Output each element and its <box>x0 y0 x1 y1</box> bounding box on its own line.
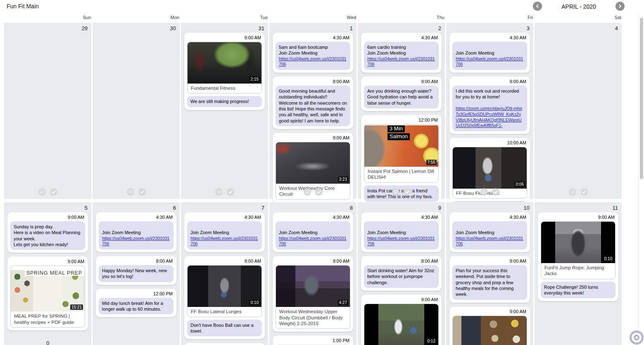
prev-month-button[interactable] <box>533 2 542 11</box>
scrollbar-thumb[interactable] <box>640 18 643 179</box>
message-event-card[interactable]: 4:30 AM6am cardio trainingJoin Zoom Meet… <box>361 33 442 73</box>
video-event-card[interactable]: 9:00 AM0:10FF Bosu Lateral LungesDon't h… <box>184 256 265 339</box>
video-event-card[interactable]: 9:00 AMEASY + FAST11:298 Healthy Salad D… <box>449 307 530 345</box>
message-event-card[interactable]: 9:00 AMPlan for your success this weeken… <box>449 256 530 302</box>
message-event-card[interactable]: 8:00 AMStart drinking water! Aim for 32o… <box>361 256 442 291</box>
message-bubble: Good morning beautiful and outstanding i… <box>276 86 350 126</box>
day-cell[interactable]: 64:30 AM Join Zoom Meetinghttps://us04we… <box>93 202 180 345</box>
check-icon[interactable] <box>404 188 411 196</box>
event-stack <box>93 23 180 36</box>
video-thumbnail[interactable]: 0:12 <box>364 304 438 345</box>
message-line: Join Zoom Meeting <box>279 230 347 235</box>
video-thumbnail[interactable]: 0:06 <box>453 147 527 189</box>
zoom-meeting-link[interactable]: https://us04web.zoom.us/j/2301031706 <box>367 236 435 247</box>
zoom-meeting-link[interactable]: https://us04web.zoom.us/j/2301031706 <box>102 236 170 247</box>
check-icon[interactable] <box>492 188 499 196</box>
message-event-card[interactable]: 4:30 AM Join Zoom Meetinghttps://us04web… <box>273 212 353 252</box>
zoom-meeting-link[interactable]: https://us04web.zoom.us/j/2301031706 <box>456 236 524 247</box>
check-icon[interactable] <box>227 188 234 196</box>
event-time: 9:00 AM <box>452 79 526 84</box>
video-thumbnail[interactable]: 4:27 <box>276 266 350 307</box>
comment-icon[interactable] <box>569 188 576 196</box>
message-event-card[interactable]: 4:30 AM Join Zoom Meetinghttps://us04web… <box>449 33 530 73</box>
day-cell[interactable]: 59:00 AMSunday is prep day.Here is a vid… <box>4 202 91 345</box>
message-event-card[interactable]: 9:00 AMSunday is prep day.Here is a vide… <box>7 212 88 253</box>
message-event-card[interactable]: 12:00 PMMid day lunch break! Aim for a l… <box>96 289 176 318</box>
zoom-meeting-link[interactable]: https://us04web.zoom.us/j/2301031706 <box>279 56 347 68</box>
calendar-app: Fun Fit Main APRIL - 2020 SunMonTueWedTh… <box>0 0 644 345</box>
video-thumbnail[interactable]: 0:10 <box>541 222 615 263</box>
message-event-card[interactable]: 8:00 AMGood morning beautiful and outsta… <box>273 77 353 129</box>
video-event-card[interactable]: 9:00 AM0:12FunFit Jumprope: Bell Hop <box>361 295 442 345</box>
zoom-meeting-link[interactable]: https://us04web.zoom.us/j/2301031706 <box>456 56 524 68</box>
video-thumbnail[interactable]: 2:15 <box>188 42 261 84</box>
event-time: 4:30 AM <box>276 35 349 40</box>
day-cell[interactable]: 34:30 AM Join Zoom Meetinghttps://us04we… <box>446 23 533 199</box>
comment-icon[interactable] <box>215 188 223 196</box>
day-cell[interactable]: 74:30 AM Join Zoom Meetinghttps://us04we… <box>181 202 268 345</box>
message-event-card[interactable]: 1:00 PMExercise elevates your mood, ment… <box>273 335 353 345</box>
comment-icon[interactable] <box>392 188 399 196</box>
check-icon[interactable] <box>50 188 57 196</box>
message-line: Sunday is prep day. <box>14 224 82 230</box>
day-cell[interactable]: 119:00 AM0:10FunFit Jump Rope: Jumping J… <box>535 202 622 345</box>
day-cell[interactable]: 29 <box>4 23 91 199</box>
event-note: We are still making progress! <box>187 96 262 107</box>
zoom-meeting-link[interactable]: https://us04web.zoom.us/j/2301031706 <box>279 236 347 247</box>
message-line: Here is a video on Meal Planning your we… <box>14 230 82 242</box>
video-thumbnail[interactable]: EASY + FAST11:29 <box>453 316 527 345</box>
video-frame: EASY + FAST11:298 Healthy Salad Dressing… <box>452 316 527 345</box>
day-cell[interactable]: 94:30 AM Join Zoom Meetinghttps://us04we… <box>358 202 445 345</box>
video-thumbnail[interactable]: 3:23 <box>276 142 350 184</box>
comment-icon[interactable] <box>480 188 488 196</box>
message-event-card[interactable]: 9:00 AMAre you drinking enough water? Go… <box>361 77 442 111</box>
event-time: 4:30 AM <box>187 215 261 220</box>
event-stack: 9:00 AM2:15Fundamental FitnessWe are sti… <box>181 23 268 113</box>
zoom-meeting-link[interactable]: https://us04web.zoom.us/j/2301031706 <box>190 236 259 247</box>
day-cell[interactable]: 104:30 AM Join Zoom Meetinghttps://us04w… <box>446 202 533 345</box>
video-event-card[interactable]: 9:00 AM0:10FunFit Jump Rope: Jumping Jac… <box>538 212 618 301</box>
comment-icon[interactable] <box>304 188 311 196</box>
comment-icon[interactable] <box>38 188 46 196</box>
zoom-meeting-link[interactable]: https://us04web.zoom.us/j/2301031706 <box>367 56 435 68</box>
message-bubble: Join Zoom Meetinghttps://us04web.zoom.us… <box>276 221 350 249</box>
message-event-card[interactable]: 9:00 AMI did this work out and recorded … <box>449 77 530 134</box>
comment-icon[interactable] <box>127 188 134 196</box>
day-cell[interactable]: 319:00 AM2:15Fundamental FitnessWe are s… <box>181 23 268 199</box>
chevron-left-icon <box>535 4 540 9</box>
scrollbar-track[interactable] <box>638 16 644 345</box>
video-thumbnail[interactable]: 0:10 <box>188 266 261 307</box>
day-cell[interactable]: 14:30 AM5am and 6am bootcampJoin Zoom Me… <box>269 23 356 199</box>
check-icon[interactable] <box>138 188 146 196</box>
next-month-button[interactable] <box>615 2 625 11</box>
video-event-card[interactable]: 9:00 AM4:27Workout Wednesday Upper Body … <box>273 256 353 332</box>
check-icon[interactable] <box>580 188 588 196</box>
message-line: Mid day lunch break! Aim for a longer wa… <box>102 300 170 312</box>
video-thumbnail[interactable]: SPRING MEAL PREP15:21 <box>11 270 85 311</box>
message-event-card[interactable]: 4:30 AM Join Zoom Meetinghttps://us04web… <box>184 212 265 252</box>
message-event-card[interactable]: 4:30 AM Join Zoom Meetinghttps://us04web… <box>96 212 176 252</box>
zoom-meeting-link[interactable]: https://zoom.us/rec/play/uJQtI-mhqTs3Gof… <box>456 106 524 129</box>
day-header-sat: Sat <box>535 15 622 20</box>
video-duration-badge: 7:55 <box>426 160 437 165</box>
video-event-card[interactable]: 9:00 AM2:15Fundamental FitnessWe are sti… <box>184 33 265 110</box>
message-event-card[interactable]: 4:30 AM5am and 6am bootcampJoin Zoom Mee… <box>273 33 353 73</box>
video-thumbnail[interactable]: 3 MinSalmon7:55 <box>364 125 438 167</box>
day-header-sun: Sun <box>4 15 91 20</box>
day-cell[interactable]: 84:30 AM Join Zoom Meetinghttps://us04we… <box>269 202 356 345</box>
message-event-card[interactable]: 8:00 AMHappy Monday! New week, new you s… <box>96 256 176 285</box>
check-icon[interactable] <box>315 188 323 196</box>
day-cell[interactable]: 24:30 AM6am cardio trainingJoin Zoom Mee… <box>358 23 445 199</box>
date-number: 30 <box>170 25 176 31</box>
video-event-card[interactable]: 9:00 AMSPRING MEAL PREP15:21MEAL PREP fo… <box>7 256 88 331</box>
message-event-card[interactable]: 4:30 AM Join Zoom Meetinghttps://us04web… <box>361 212 442 252</box>
date-number: 8 <box>350 205 353 211</box>
message-line: Join Zoom Meeting <box>367 230 435 235</box>
day-cell[interactable]: 30 <box>93 23 180 199</box>
record-target-icon[interactable] <box>630 331 644 345</box>
video-title: Fundamental Fitness <box>188 84 261 93</box>
message-event-card[interactable]: 1:00 PMTake a walk! 30-60 minutes <box>184 343 265 345</box>
message-event-card[interactable]: 4:30 AM Join Zoom Meetinghttps://us04web… <box>449 212 530 252</box>
day-cell[interactable]: 4 <box>535 23 622 199</box>
date-number: 7 <box>261 205 264 211</box>
